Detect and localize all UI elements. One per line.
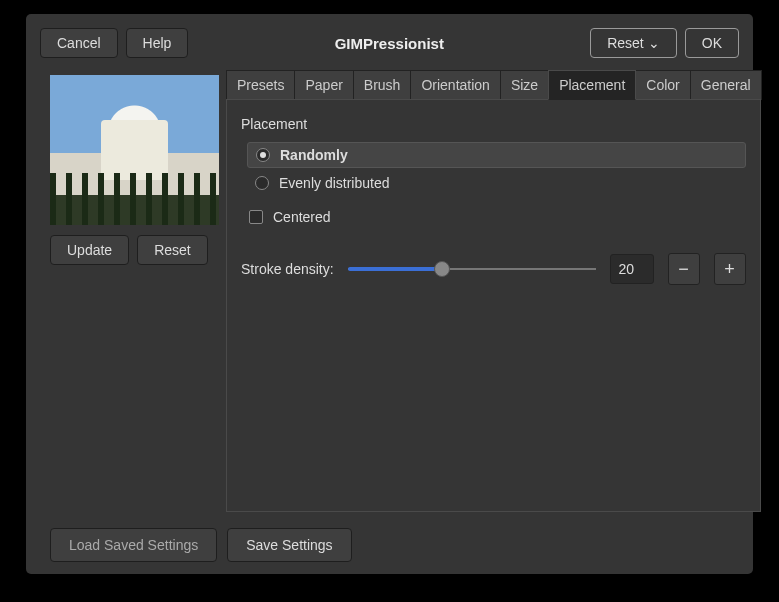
tab-color[interactable]: Color	[635, 70, 690, 100]
reset-label: Reset	[607, 35, 644, 51]
reset-dropdown-button[interactable]: Reset⌄	[590, 28, 677, 58]
radio-icon	[255, 176, 269, 190]
placement-panel: Placement Randomly Evenly distributed Ce…	[226, 99, 761, 512]
dialog-title: GIMPressionist	[196, 35, 582, 52]
preview-image	[50, 75, 219, 225]
radio-randomly-label: Randomly	[280, 147, 348, 163]
increment-button[interactable]: +	[714, 253, 746, 285]
radio-even-label: Evenly distributed	[279, 175, 390, 191]
stroke-density-value[interactable]: 20	[610, 254, 654, 284]
ok-button[interactable]: OK	[685, 28, 739, 58]
stroke-density-row: Stroke density: 20 − +	[241, 253, 746, 285]
preview-reset-button[interactable]: Reset	[137, 235, 208, 265]
tab-presets[interactable]: Presets	[226, 70, 295, 100]
save-settings-button[interactable]: Save Settings	[227, 528, 351, 562]
tab-size[interactable]: Size	[500, 70, 549, 100]
dialog-body: Update Reset Presets Paper Brush Orienta…	[40, 70, 739, 512]
checkbox-icon	[249, 210, 263, 224]
help-button[interactable]: Help	[126, 28, 189, 58]
right-column: Presets Paper Brush Orientation Size Pla…	[226, 70, 761, 512]
reset-ok-group: Reset⌄ OK	[590, 28, 739, 58]
update-button[interactable]: Update	[50, 235, 129, 265]
header-bar: Cancel Help GIMPressionist Reset⌄ OK	[40, 28, 739, 58]
tab-orientation[interactable]: Orientation	[410, 70, 500, 100]
radio-evenly-distributed[interactable]: Evenly distributed	[247, 171, 746, 195]
cancel-button[interactable]: Cancel	[40, 28, 118, 58]
load-saved-settings-button[interactable]: Load Saved Settings	[50, 528, 217, 562]
placement-section-title: Placement	[241, 116, 746, 132]
gimpressionist-dialog: Cancel Help GIMPressionist Reset⌄ OK Upd…	[26, 14, 753, 574]
decrement-button[interactable]: −	[668, 253, 700, 285]
footer-bar: Load Saved Settings Save Settings	[40, 528, 739, 562]
tab-bar: Presets Paper Brush Orientation Size Pla…	[226, 70, 761, 100]
tab-paper[interactable]: Paper	[294, 70, 353, 100]
stroke-density-label: Stroke density:	[241, 261, 334, 277]
left-column: Update Reset	[40, 70, 210, 512]
radio-icon	[256, 148, 270, 162]
checkbox-centered[interactable]: Centered	[241, 205, 746, 229]
radio-randomly[interactable]: Randomly	[247, 142, 746, 168]
chevron-down-icon: ⌄	[648, 35, 660, 51]
slider-thumb[interactable]	[434, 261, 450, 277]
tab-brush[interactable]: Brush	[353, 70, 412, 100]
checkbox-centered-label: Centered	[273, 209, 331, 225]
stroke-density-slider[interactable]	[348, 259, 596, 279]
tab-general[interactable]: General	[690, 70, 762, 100]
preview-buttons: Update Reset	[50, 235, 210, 265]
tab-placement[interactable]: Placement	[548, 70, 636, 100]
